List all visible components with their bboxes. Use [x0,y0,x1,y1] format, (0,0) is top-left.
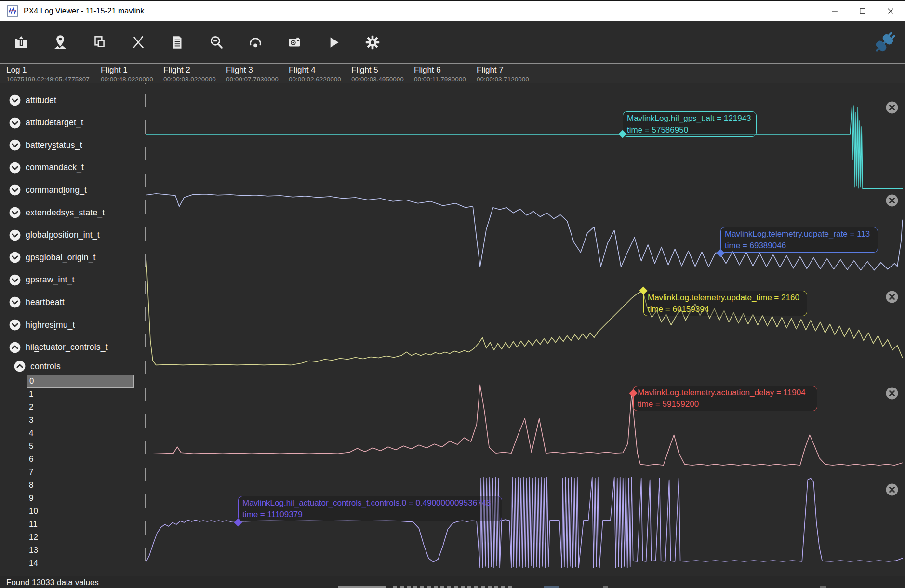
plug-disconnected-icon[interactable] [872,29,898,55]
play-icon[interactable] [314,27,353,58]
remove-plot-button[interactable] [885,101,899,114]
tab-flight-4[interactable]: Flight 400:00:02.6220000 [283,64,346,83]
chevron-up-icon[interactable] [9,341,21,354]
controls-index-13[interactable]: 13 [27,544,134,557]
controls-index-9[interactable]: 9 [27,492,134,505]
tree-item-extended_sys_state_t[interactable]: extendedsys_state_t [9,206,105,219]
tab-flight-7[interactable]: Flight 700:00:03.7120000 [471,64,533,83]
minimize-button[interactable] [821,1,849,21]
tree-item-label: gpsglobal_origin_t [26,253,96,263]
tab-duration: 00:00:02.6220000 [289,76,346,83]
index-label: 3 [29,415,33,425]
tree-item-label: extendedsys_state_t [26,208,105,218]
chevron-down-icon[interactable] [9,94,21,107]
index-label: 2 [29,402,33,412]
chevron-down-icon[interactable] [9,139,21,151]
controls-index-1[interactable]: 1 [27,388,134,401]
tab-flight-3[interactable]: Flight 300:00:07.7930000 [220,64,283,83]
chevron-down-icon[interactable] [9,319,21,331]
app-window: PX4 Log Viewer - 11-15-21.mavlink Log 11… [0,0,905,588]
open-log-icon[interactable] [1,27,40,58]
chevron-up-icon[interactable] [13,360,26,373]
series-line-hil-gps-t-alt [146,104,903,189]
remove-plot-button[interactable] [885,483,899,496]
annotation-hil-actuator-controls-0[interactable]: MavlinkLog.hil_actuator_controls_t.contr… [238,496,502,521]
tree-item-gps_raw_int_t[interactable]: gpsraw_int_t [9,273,75,287]
annotation-value: MavlinkLog.hil_gps_t.alt = 121943 [627,113,752,124]
controls-index-11[interactable]: 11 [27,518,134,531]
close-button[interactable] [877,1,905,21]
zoom-out-icon[interactable] [197,27,236,58]
annotation-hil-gps-alt[interactable]: MavlinkLog.hil_gps_t.alt = 121943time = … [623,111,757,137]
screenshot-icon[interactable] [275,27,314,58]
remove-plot-button[interactable] [885,290,899,304]
controls-index-12[interactable]: 12 [27,531,134,544]
tab-duration: 00:00:48.0220000 [101,76,158,83]
tree-item-controls[interactable]: controls [13,360,61,373]
tab-label: Flight 5 [351,66,408,75]
tree-item-global_position_int_t[interactable]: globalposition_int_t [9,228,100,242]
tab-log-1[interactable]: Log 110675199.02:48:05.4775807 [0,64,95,83]
remove-plot-button[interactable] [885,387,899,400]
tree-item-gps_global_origin_t[interactable]: gpsglobal_origin_t [9,251,96,264]
chevron-down-icon[interactable] [9,274,21,286]
tree-item-label: attitudetarget_t [26,118,83,128]
chevron-down-icon[interactable] [9,161,21,174]
controls-index-8[interactable]: 8 [27,479,134,492]
annotation-value: MavlinkLog.telemetry.update_time = 2160 [648,292,803,304]
tree-item-battery_status_t[interactable]: batterystatus_t [9,138,82,152]
annotation-telemetry-udpate-rate[interactable]: MavlinkLog.telemetry.udpate_rate = 113ti… [720,227,878,253]
map-marker-icon[interactable] [40,27,80,58]
controls-index-0[interactable]: 0 [27,375,134,388]
index-label: 10 [29,507,38,516]
gauge-icon[interactable] [236,27,275,58]
tab-flight-5[interactable]: Flight 500:00:03.4950000 [346,64,408,83]
tree-item-command_long_t[interactable]: commandlong_t [9,183,87,197]
tab-label: Flight 3 [226,66,283,75]
tree-item-hil_actuator_controls_t[interactable]: hilactuator_controls_t [9,341,108,354]
controls-index-4[interactable]: 4 [27,427,134,440]
chevron-down-icon[interactable] [9,251,21,264]
document-icon[interactable] [158,27,197,58]
chevron-down-icon[interactable] [9,229,21,241]
tree-item-heartbeat_t[interactable]: heartbeatt [9,295,65,309]
tab-duration: 00:00:03.0220000 [163,76,220,83]
tree-item-label: hilactuator_controls_t [26,342,108,352]
controls-index-14[interactable]: 14 [27,557,134,570]
chevron-down-icon[interactable] [9,117,21,129]
tab-duration: 00:00:11.7980000 [414,76,471,83]
timeline-preview-segment [820,586,826,588]
controls-index-6[interactable]: 6 [27,453,134,466]
chevron-down-icon[interactable] [9,206,21,219]
index-label: 14 [29,559,38,568]
index-label: 1 [29,389,33,399]
timeline-preview-segment [338,586,386,588]
controls-index-2[interactable]: 2 [27,401,134,414]
maximize-button[interactable] [849,1,877,21]
settings-icon[interactable] [353,27,392,58]
clear-icon[interactable] [119,27,158,58]
controls-index-10[interactable]: 10 [27,505,134,518]
tab-flight-2[interactable]: Flight 200:00:03.0220000 [158,64,220,83]
tree-item-label: heartbeatt [26,297,65,307]
index-label: 11 [29,520,38,529]
controls-index-3[interactable]: 3 [27,414,134,427]
chevron-down-icon[interactable] [9,184,21,196]
tab-duration: 00:00:07.7930000 [226,76,283,83]
controls-index-5[interactable]: 5 [27,440,134,453]
remove-plot-button[interactable] [885,194,899,207]
tree-item-highres_imu_t[interactable]: highresimu_t [9,318,75,332]
tab-flight-1[interactable]: Flight 100:00:48.0220000 [95,64,158,83]
tree-item-attitude_t[interactable]: attitudet [9,94,56,107]
tree-item-label: globalposition_int_t [26,230,100,240]
annotation-telemetry-update-time[interactable]: MavlinkLog.telemetry.update_time = 2160t… [643,291,807,316]
tab-flight-6[interactable]: Flight 600:00:11.7980000 [408,64,471,83]
index-label: 6 [29,454,33,464]
duplicate-icon[interactable] [80,27,119,58]
timeline-preview-strip [0,585,905,588]
annotation-telemetry-actuation-delay[interactable]: MavlinkLog.telemetry.actuation_delay = 1… [633,386,817,411]
chevron-down-icon[interactable] [9,296,21,308]
tree-item-attitude_target_t[interactable]: attitudetarget_t [9,116,83,130]
controls-index-7[interactable]: 7 [27,466,134,479]
tree-item-command_ack_t[interactable]: commandack_t [9,161,84,174]
